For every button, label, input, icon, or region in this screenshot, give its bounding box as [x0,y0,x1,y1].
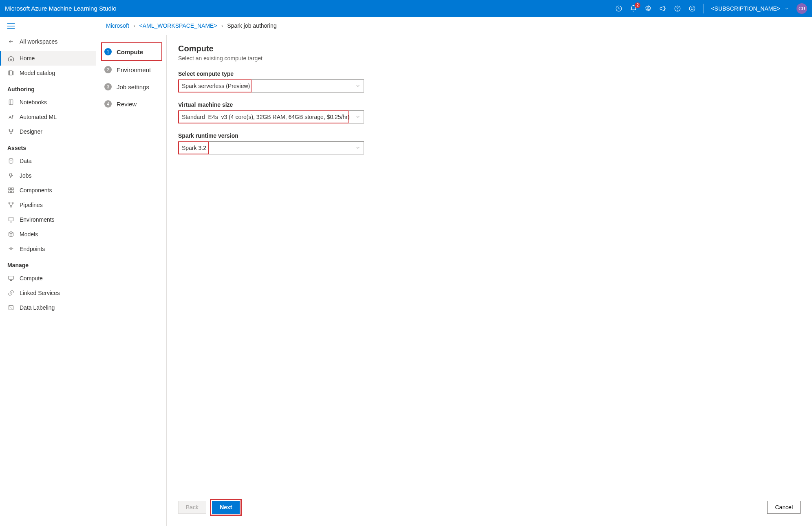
footer-bar: Back Next Cancel [178,496,801,517]
svg-rect-16 [9,191,11,193]
sidebar-item-label: Components [20,187,52,194]
notification-badge: 2 [635,2,640,8]
svg-rect-8 [9,100,13,105]
all-workspaces-link[interactable]: All workspaces [0,32,96,51]
crumb-root[interactable]: Microsoft [106,22,129,29]
catalog-icon [7,69,15,77]
wizard-step-compute[interactable]: 1 Compute [101,42,162,61]
subscription-dropdown[interactable]: <SUBSCRIPTION_NAME> [711,5,789,12]
header-icons: 2 <SUBSCRIPTION_NAME> CU [615,3,807,14]
svg-point-22 [11,249,11,250]
svg-point-1 [647,7,649,9]
sidebar-item-label: Jobs [20,172,32,179]
hamburger-icon[interactable] [0,20,96,32]
svg-point-5 [691,7,692,8]
vm-size-select[interactable]: Standard_E4s_v3 (4 core(s), 32GB RAM, 64… [178,110,364,123]
sidebar-item-label: Environments [20,216,55,223]
app-title: Microsoft Azure Machine Learning Studio [5,5,615,12]
sidebar-item-label: Data [20,158,32,164]
svg-point-3 [677,10,678,10]
automl-icon [7,113,15,121]
wizard-steps: 1 Compute 2 Environment 3 Job settings 4… [96,35,167,526]
sidebar-item-environments[interactable]: Environments [0,212,96,227]
back-button[interactable]: Back [178,501,206,514]
chevron-down-icon [355,114,360,119]
pipelines-icon [7,201,15,209]
section-assets: Assets [0,139,96,154]
svg-point-9 [12,115,13,117]
svg-point-12 [11,133,12,134]
runtime-value: Spark 3.2 [182,145,206,151]
vm-size-group: Virtual machine size Standard_E4s_v3 (4 … [178,101,364,123]
step-number: 4 [104,100,112,108]
wizard-step-environment[interactable]: 2 Environment [104,61,162,78]
chevron-down-icon [355,84,360,88]
sidebar-item-label: Designer [20,128,42,135]
labeling-icon [7,304,15,311]
sidebar-item-endpoints[interactable]: Endpoints [0,242,96,256]
sidebar-item-label: Data Labeling [20,304,55,311]
clock-icon[interactable] [615,5,622,12]
breadcrumb: Microsoft › <AML_WORKSPACE_NAME> › Spark… [96,17,812,35]
header-divider [703,4,704,13]
cancel-button[interactable]: Cancel [767,501,801,514]
sidebar-item-label: Linked Services [20,290,60,296]
page-title: Compute [178,44,801,53]
runtime-label: Spark runtime version [178,132,364,139]
sidebar-item-label: Compute [20,275,43,282]
sidebar-item-compute[interactable]: Compute [0,271,96,286]
components-icon [7,187,15,194]
svg-point-20 [11,206,12,207]
bell-icon[interactable]: 2 [630,5,637,12]
sidebar-item-label: Model catalog [20,70,55,76]
sidebar-item-home[interactable]: Home [0,51,96,66]
svg-point-4 [690,6,695,11]
help-icon[interactable] [674,5,681,12]
sidebar-item-designer[interactable]: Designer [0,124,96,139]
compute-type-select[interactable]: Spark serverless (Preview) [178,79,364,92]
step-label: Job settings [117,84,149,90]
svg-point-13 [9,158,13,160]
avatar[interactable]: CU [797,3,807,14]
svg-rect-7 [9,71,12,75]
wizard-step-job-settings[interactable]: 3 Job settings [104,78,162,95]
sidebar-item-models[interactable]: Models [0,227,96,242]
top-header: Microsoft Azure Machine Learning Studio … [0,0,812,17]
environments-icon [7,216,15,223]
wizard-step-review[interactable]: 4 Review [104,95,162,112]
section-authoring: Authoring [0,80,96,95]
sidebar-item-data-labeling[interactable]: Data Labeling [0,300,96,315]
runtime-select[interactable]: Spark 3.2 [178,141,364,154]
step-number: 1 [104,48,112,55]
svg-rect-23 [9,276,13,280]
sidebar-item-linked-services[interactable]: Linked Services [0,286,96,300]
jobs-icon [7,172,15,179]
sidebar-item-pipelines[interactable]: Pipelines [0,198,96,212]
sidebar-item-jobs[interactable]: Jobs [0,168,96,183]
smiley-icon[interactable] [688,5,696,12]
compute-type-value: Spark serverless (Preview) [182,83,250,89]
sidebar-item-label: Endpoints [20,246,45,252]
step-number: 2 [104,66,112,73]
svg-point-10 [9,130,10,131]
step-number: 3 [104,83,112,90]
designer-icon [7,128,15,135]
subscription-name: <SUBSCRIPTION_NAME> [711,5,780,12]
gear-icon[interactable] [644,5,652,12]
home-icon [7,55,15,62]
endpoints-icon [7,245,15,253]
sidebar-item-model-catalog[interactable]: Model catalog [0,66,96,80]
sidebar-item-components[interactable]: Components [0,183,96,198]
megaphone-icon[interactable] [659,5,666,12]
next-button[interactable]: Next [212,501,240,514]
sidebar-item-automated-ml[interactable]: Automated ML [0,110,96,124]
svg-point-19 [12,202,13,204]
runtime-group: Spark runtime version Spark 3.2 [178,132,364,154]
content-area: Microsoft › <AML_WORKSPACE_NAME> › Spark… [96,17,812,526]
sidebar-item-notebooks[interactable]: Notebooks [0,95,96,110]
sidebar-item-data[interactable]: Data [0,154,96,168]
svg-point-11 [12,130,13,131]
crumb-workspace[interactable]: <AML_WORKSPACE_NAME> [139,22,217,29]
all-workspaces-label: All workspaces [20,38,57,45]
svg-rect-21 [9,217,13,221]
